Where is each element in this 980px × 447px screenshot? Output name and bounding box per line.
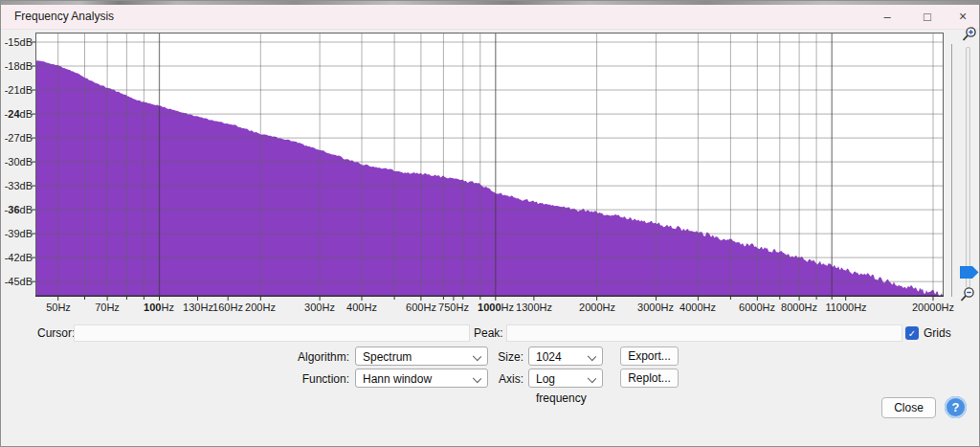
minimize-button[interactable]: – — [871, 5, 903, 29]
y-tick-label: -36dB — [1, 204, 33, 216]
axis-value: Log frequency — [536, 372, 587, 405]
peak-value-field — [506, 324, 902, 342]
size-label: Size: — [491, 350, 523, 364]
y-tick-label: -27dB — [1, 132, 33, 145]
y-tick-label: -24dB — [1, 108, 33, 121]
grids-checkbox[interactable]: ✓ — [905, 326, 919, 340]
chevron-down-icon — [588, 352, 596, 361]
function-value: Hann window — [363, 372, 432, 386]
function-select[interactable]: Hann window — [355, 369, 488, 388]
zoom-in-icon[interactable] — [961, 26, 978, 43]
x-tick-label: 130Hz — [183, 301, 213, 314]
x-tick-label: 750Hz — [438, 301, 469, 314]
axis-label: Axis: — [491, 372, 523, 386]
close-button[interactable]: Close — [881, 397, 936, 418]
zoom-panel-separator — [951, 44, 952, 297]
algorithm-value: Spectrum — [363, 350, 412, 364]
cursor-label: Cursor: — [37, 326, 75, 340]
export-button[interactable]: Export... — [620, 346, 679, 366]
title-bar[interactable]: Frequency Analysis – □ × — [1, 5, 980, 30]
chevron-down-icon — [588, 374, 596, 383]
x-tick-label: 2000Hz — [579, 301, 615, 314]
spectrum-plot[interactable] — [26, 33, 948, 303]
x-tick-label: 100Hz — [144, 301, 174, 314]
y-tick-label: -30dB — [1, 156, 33, 168]
x-tick-label: 400Hz — [346, 301, 377, 314]
function-label: Function: — [294, 372, 349, 386]
maximize-button[interactable]: □ — [911, 5, 944, 29]
y-tick-label: -39dB — [1, 228, 33, 240]
size-value: 1024 — [536, 350, 562, 364]
x-tick-label: 300Hz — [304, 301, 335, 314]
y-tick-label: -45dB — [1, 276, 33, 288]
x-tick-label: 1300Hz — [516, 301, 552, 314]
y-tick-label: -15dB — [1, 36, 33, 49]
zoom-slider-track[interactable] — [966, 47, 970, 288]
algorithm-label: Algorithm: — [294, 350, 349, 364]
algorithm-select[interactable]: Spectrum — [355, 346, 488, 366]
grids-checkbox-label: Grids — [924, 326, 951, 340]
chevron-down-icon — [473, 374, 481, 383]
cursor-value-field — [74, 324, 470, 342]
chevron-down-icon — [473, 352, 481, 361]
replot-button[interactable]: Replot... — [620, 369, 679, 388]
x-tick-label: 4000Hz — [679, 301, 716, 314]
axis-select[interactable]: Log frequency — [528, 369, 603, 388]
y-tick-label: -33dB — [1, 180, 33, 192]
zoom-out-icon[interactable] — [959, 286, 976, 303]
size-select[interactable]: 1024 — [528, 346, 603, 366]
frequency-analysis-dialog: Frequency Analysis – □ × -15dB-18dB-21dB… — [0, 0, 980, 447]
x-tick-label: 600Hz — [406, 301, 436, 314]
x-tick-label: 50Hz — [46, 301, 71, 314]
window-title: Frequency Analysis — [14, 5, 114, 29]
y-tick-label: -18dB — [1, 60, 33, 73]
x-tick-label: 3000Hz — [637, 301, 674, 314]
x-tick-label: 200Hz — [245, 301, 276, 314]
x-tick-label: 70Hz — [95, 301, 120, 314]
x-tick-label: 6000Hz — [739, 301, 775, 314]
zoom-slider-thumb[interactable] — [960, 266, 979, 279]
y-tick-label: -21dB — [1, 84, 33, 97]
y-tick-label: -42dB — [1, 252, 33, 264]
help-button[interactable]: ? — [945, 396, 967, 418]
x-tick-label: 11000Hz — [825, 301, 866, 314]
peak-label: Peak: — [474, 326, 503, 340]
x-tick-label: 160Hz — [212, 301, 243, 314]
x-tick-label: 20000Hz — [912, 301, 954, 314]
x-tick-label: 8000Hz — [781, 301, 817, 314]
x-tick-label: 1000Hz — [478, 301, 514, 314]
